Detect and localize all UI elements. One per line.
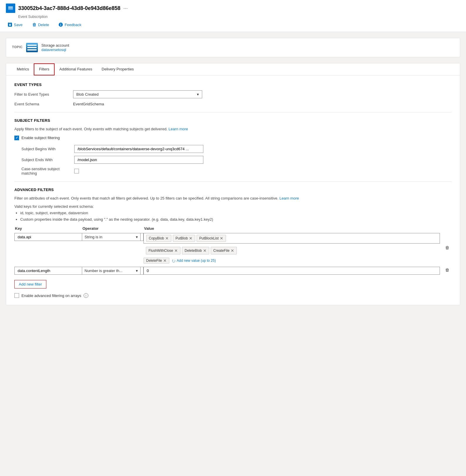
content-area: TOPIC Storage account dataversetosql Met…: [0, 32, 466, 311]
tag-deletefile: DeleteFile ✕: [143, 258, 169, 264]
subject-ends-with-row: Subject Ends With: [21, 156, 452, 164]
tag-flushwithclose: FlushWithClose ✕: [146, 247, 180, 254]
tag-deleteblob-remove[interactable]: ✕: [203, 249, 207, 253]
value-tags-1: CopyBlob ✕ PutBlob ✕ PutBlockList ✕: [143, 233, 440, 244]
subject-ends-input[interactable]: [74, 156, 203, 164]
delete-button[interactable]: Delete: [30, 21, 51, 28]
topic-info: Storage account dataversetosql: [41, 43, 69, 52]
filter-row-2: Number is greater th... ▾: [14, 266, 452, 275]
topic-label: TOPIC: [12, 45, 23, 49]
tag-putblocklist: PutBlockList ✕: [197, 235, 226, 242]
add-value-btn-1[interactable]: ⭮ Add new value (up to 25): [172, 259, 216, 263]
divider-1: [14, 112, 452, 112]
topic-card: TOPIC Storage account dataversetosql: [6, 38, 460, 57]
info-icon[interactable]: i: [84, 293, 88, 298]
enable-subject-filtering-label: Enable subject filtering: [21, 136, 60, 140]
col-operator-header: Operator: [82, 226, 141, 231]
save-icon: [8, 22, 12, 27]
topic-link[interactable]: dataversetosql: [41, 48, 66, 52]
title-row: 330052b4-3ac7-888d-43d8-0e943d86e858 ···: [6, 4, 460, 13]
tag-putblob: PutBlob ✕: [173, 235, 195, 242]
col-value-header: Value: [144, 226, 452, 231]
value-tags-2: FlushWithClose ✕ DeleteBlob ✕ CreateFile…: [143, 245, 440, 256]
filter-operator-2-dropdown[interactable]: Number is greater th... ▾: [82, 267, 141, 275]
chevron-down-icon: ▾: [197, 92, 199, 97]
feedback-icon: [58, 22, 63, 27]
toolbar: Save Delete Feedback: [6, 21, 460, 28]
subject-filters-desc: Apply filters to the subject of each eve…: [14, 126, 452, 132]
tabs-container: Metrics Filters Additional Features Deli…: [6, 63, 460, 305]
filter-value-2-input[interactable]: [143, 267, 440, 275]
topic-type: Storage account: [41, 43, 69, 48]
tag-createfile: CreateFile ✕: [211, 247, 237, 254]
case-sensitive-checkbox[interactable]: [74, 169, 79, 173]
add-new-filter-button[interactable]: Add new filter: [14, 280, 46, 288]
tag-copylob: CopyBlob ✕: [146, 235, 171, 242]
value-tags-row-3: DeleteFile ✕ ⭮ Add new value (up to 25): [143, 258, 440, 264]
trash-icon-1: [445, 245, 450, 250]
svg-rect-2: [8, 8, 13, 9]
filter-event-types-label: Filter to Event Types: [14, 92, 73, 97]
advanced-filters-desc: Filter on attributes of each event. Only…: [14, 195, 452, 201]
filters-tab-content: EVENT TYPES Filter to Event Types Blob C…: [6, 75, 460, 305]
filter-table-header: Key Operator Value: [14, 226, 452, 231]
resource-icon: [6, 4, 15, 13]
page-title: 330052b4-3ac7-888d-43d8-0e943d86e858: [18, 5, 120, 11]
tab-additional-features[interactable]: Additional Features: [55, 63, 97, 75]
delete-filter-2-button[interactable]: [443, 266, 452, 275]
svg-rect-1: [8, 6, 13, 8]
more-options-icon[interactable]: ···: [123, 5, 128, 11]
filter-event-types-dropdown[interactable]: Blob Created ▾: [73, 90, 202, 98]
tag-putblob-remove[interactable]: ✕: [189, 236, 193, 240]
tag-deletefile-remove[interactable]: ✕: [163, 259, 167, 263]
filter-value-1-cell: CopyBlob ✕ PutBlob ✕ PutBlockList ✕: [143, 233, 440, 264]
subject-begins-with-row: Subject Begins With: [21, 145, 452, 153]
save-button[interactable]: Save: [6, 21, 24, 28]
divider-2: [14, 181, 452, 182]
col-key-header: Key: [15, 226, 80, 231]
subject-filters-title: SUBJECT FILTERS: [14, 118, 452, 123]
enable-subject-filtering-checkbox[interactable]: [14, 136, 19, 140]
advanced-learn-more[interactable]: Learn more: [279, 196, 299, 200]
filter-operator-1-dropdown[interactable]: String is in ▾: [82, 233, 141, 241]
advanced-filters-title: ADVANCED FILTERS: [14, 188, 452, 192]
tab-metrics[interactable]: Metrics: [12, 63, 34, 75]
event-schema-row: Event Schema EventGridSchema: [14, 102, 452, 106]
storage-icon: [26, 43, 38, 52]
event-types-section-title: EVENT TYPES: [14, 82, 452, 87]
refresh-icon-small: ⭮: [172, 259, 175, 263]
filter-row-1: String is in ▾ CopyBlob ✕ PutBlob ✕: [14, 233, 452, 264]
page-subtitle: Event Subscription: [18, 15, 460, 19]
case-sensitive-row: Case-sensitive subject matching: [21, 167, 452, 175]
tag-flushwithclose-remove[interactable]: ✕: [174, 249, 178, 253]
tag-createfile-remove[interactable]: ✕: [231, 249, 234, 253]
filter-to-event-types-row: Filter to Event Types Blob Created ▾: [14, 90, 452, 98]
top-bar: 330052b4-3ac7-888d-43d8-0e943d86e858 ···…: [0, 0, 466, 32]
chevron-down-icon-op1: ▾: [136, 235, 138, 239]
tabs-bar: Metrics Filters Additional Features Deli…: [6, 63, 460, 75]
valid-keys-info: Valid keys for currently selected event …: [14, 203, 452, 223]
feedback-button[interactable]: Feedback: [57, 21, 83, 28]
case-sensitive-label: Case-sensitive subject matching: [21, 167, 74, 175]
enable-advanced-checkbox[interactable]: [14, 293, 19, 298]
tab-delivery-properties[interactable]: Delivery Properties: [97, 63, 139, 75]
topic-section: TOPIC: [12, 45, 23, 50]
subject-begins-label: Subject Begins With: [21, 147, 74, 151]
delete-filter-1-button[interactable]: [443, 244, 452, 252]
subject-ends-label: Subject Ends With: [21, 158, 74, 162]
tab-filters[interactable]: Filters: [34, 63, 55, 75]
delete-icon: [32, 22, 37, 27]
tag-putblocklist-remove[interactable]: ✕: [220, 236, 223, 240]
enable-advanced-filtering-row: Enable advanced filtering on arrays i: [14, 293, 452, 298]
tag-deleteblob: DeleteBlob ✕: [182, 247, 209, 254]
subject-begins-input[interactable]: [74, 145, 203, 153]
tag-copyblob-remove[interactable]: ✕: [165, 236, 169, 240]
subject-fields: Subject Begins With Subject Ends With Ca…: [21, 145, 452, 175]
subject-learn-more[interactable]: Learn more: [168, 127, 188, 131]
value-tags-row-2: FlushWithClose ✕ DeleteBlob ✕ CreateFile…: [143, 245, 440, 256]
trash-icon-2: [445, 268, 450, 272]
enable-subject-filtering-row[interactable]: Enable subject filtering: [14, 136, 452, 140]
chevron-down-icon-op2: ▾: [136, 269, 138, 273]
enable-advanced-label: Enable advanced filtering on arrays: [21, 293, 81, 298]
value-tags-row-1: CopyBlob ✕ PutBlob ✕ PutBlockList ✕: [143, 233, 440, 244]
